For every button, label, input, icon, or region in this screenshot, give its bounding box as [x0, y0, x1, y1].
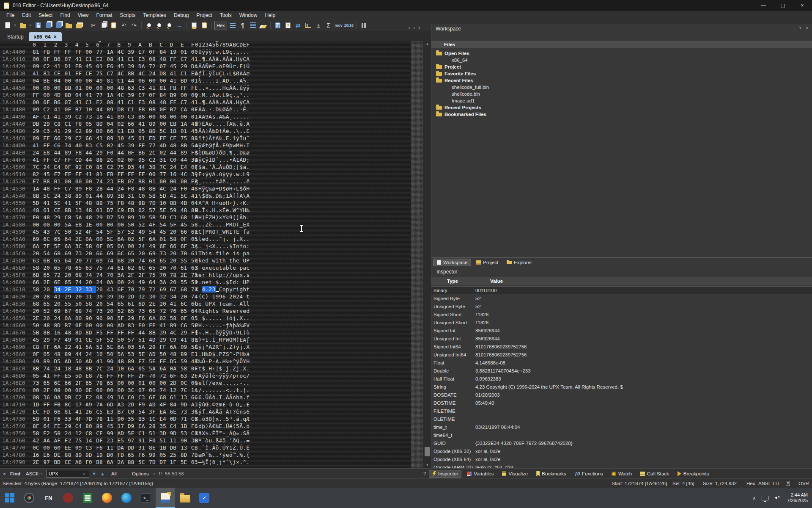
hex-byte[interactable]: 00	[117, 221, 128, 228]
hex-byte[interactable]: 61	[181, 264, 191, 271]
hex-byte[interactable]: 0F	[149, 48, 159, 55]
compare-icon[interactable]: ⇄	[294, 21, 303, 30]
hex-byte[interactable]: C1	[117, 77, 128, 84]
hex-byte[interactable]: 91	[138, 437, 149, 444]
highlight-icon[interactable]	[258, 21, 268, 30]
hex-byte[interactable]: 41	[117, 55, 128, 63]
hex-byte[interactable]: 01	[85, 192, 96, 199]
hex-byte[interactable]: 43	[43, 228, 54, 235]
hex-byte[interactable]: FE	[54, 422, 64, 430]
hex-byte[interactable]: 65	[65, 279, 75, 286]
hex-byte[interactable]: 7D	[149, 458, 159, 466]
hex-byte[interactable]: 20	[43, 286, 54, 293]
panel-close-icon[interactable]: ×	[806, 25, 809, 30]
hex-byte[interactable]: 41	[149, 84, 159, 91]
hex-byte[interactable]: B9	[170, 91, 180, 99]
menu-scripts[interactable]: Scripts	[116, 11, 140, 19]
hex-byte[interactable]: 3C	[75, 243, 85, 250]
hex-ascii[interactable]: X.ö3O}x..5³.ä.qÆ	[195, 415, 250, 422]
hex-byte[interactable]: 26	[85, 408, 96, 415]
hex-byte[interactable]: 3B	[149, 163, 159, 171]
hex-byte[interactable]: 09	[33, 135, 43, 142]
hex-byte[interactable]: 20	[128, 257, 138, 264]
hex-byte[interactable]: 17	[117, 422, 128, 430]
hex-byte[interactable]: F6	[138, 451, 149, 458]
hex-byte[interactable]: 72	[149, 286, 159, 293]
hex-byte[interactable]: 2E	[33, 315, 43, 322]
hex-ascii[interactable]: ./.......<..t.|.	[195, 387, 250, 394]
hex-byte[interactable]: F8	[75, 120, 85, 127]
hex-byte[interactable]: B3	[138, 415, 149, 422]
tray-display-icon[interactable]	[762, 496, 768, 500]
hex-byte[interactable]: 2F	[75, 379, 85, 387]
hex-byte[interactable]: 6A	[128, 365, 138, 372]
hex-byte[interactable]: 68	[33, 300, 43, 307]
hex-byte[interactable]: C3	[138, 394, 149, 401]
hex-byte[interactable]: FF	[170, 55, 180, 63]
hex-byte[interactable]: 53	[181, 430, 191, 437]
hex-byte[interactable]: EA	[159, 408, 170, 415]
hex-byte[interactable]: FF	[128, 171, 138, 178]
hex-byte[interactable]: 02	[159, 149, 170, 156]
hex-byte[interactable]: 65	[43, 300, 54, 307]
hex-byte[interactable]: 02	[107, 142, 117, 149]
hex-byte[interactable]: 29	[181, 63, 191, 70]
hex-byte[interactable]: 41	[75, 55, 85, 63]
hex-byte[interactable]: 23	[107, 178, 117, 185]
hex-byte[interactable]: 54	[107, 300, 117, 307]
hex-byte[interactable]: C5	[96, 142, 107, 149]
hex-byte[interactable]: 66	[181, 228, 191, 235]
hex-byte[interactable]: 65	[54, 257, 64, 264]
hex-byte[interactable]: 20	[159, 300, 170, 307]
hex-byte[interactable]: 52	[138, 221, 149, 228]
hex-byte[interactable]: 07	[159, 63, 170, 70]
hex-byte[interactable]: 00	[85, 84, 96, 91]
hex-byte[interactable]: D1	[65, 63, 75, 70]
hex-byte[interactable]: 4C	[117, 48, 128, 55]
disassembly-icon[interactable]: mov	[334, 21, 343, 30]
hex-byte[interactable]: 09	[33, 106, 43, 113]
hex-byte[interactable]: 29	[96, 149, 107, 156]
hex-byte[interactable]: 89	[96, 422, 107, 430]
hex-byte[interactable]: 20	[96, 300, 107, 307]
hex-byte[interactable]: 4D	[149, 336, 159, 343]
hex-byte[interactable]: 20	[138, 250, 149, 257]
hex-byte[interactable]: C9	[117, 207, 128, 214]
hex-byte[interactable]: 8B	[43, 329, 54, 336]
hex-byte[interactable]: 48	[85, 207, 96, 214]
hex-byte[interactable]: 0F	[149, 91, 159, 99]
hex-byte[interactable]: 41	[170, 70, 180, 77]
hex-byte[interactable]: DA	[138, 63, 149, 70]
hex-byte[interactable]: 07	[65, 99, 75, 106]
hex-byte[interactable]: 41	[43, 199, 54, 207]
hex-byte[interactable]: 18	[96, 113, 107, 120]
hex-byte[interactable]: AD	[149, 351, 159, 358]
calculator-icon[interactable]	[273, 21, 283, 30]
hex-ascii[interactable]: E)÷I.Î_RPWQM)ÉAƒ	[195, 336, 250, 343]
hex-byte[interactable]: FB	[107, 171, 117, 178]
hex-byte[interactable]: 2D	[128, 293, 138, 300]
hex-byte[interactable]: 20	[181, 293, 191, 300]
hex-byte[interactable]: 24	[43, 163, 54, 171]
hex-byte[interactable]: 01	[65, 70, 75, 77]
bottom-tab-watch[interactable]: Watch	[609, 470, 635, 477]
hex-byte[interactable]: 0F	[75, 322, 85, 329]
hex-byte[interactable]: 99	[149, 451, 159, 458]
hex-byte[interactable]: 2F	[128, 271, 138, 279]
hex-byte[interactable]: 58	[170, 315, 180, 322]
hex-byte[interactable]: 6E	[159, 243, 170, 250]
hex-byte[interactable]: F8	[85, 185, 96, 192]
hex-byte[interactable]: 00	[43, 221, 54, 228]
hex-byte[interactable]: FF	[54, 185, 64, 192]
hex-byte[interactable]: 55	[181, 257, 191, 264]
menu-find[interactable]: Find	[56, 11, 74, 19]
hex-byte[interactable]: 48	[128, 199, 138, 207]
hex-byte[interactable]: 77	[159, 171, 170, 178]
hex-byte[interactable]: FE	[138, 142, 149, 149]
hex-byte[interactable]: 69	[107, 250, 117, 257]
hex-byte[interactable]: 41	[54, 127, 64, 135]
hex-byte[interactable]: 52	[96, 343, 107, 351]
hex-byte[interactable]: 41	[138, 120, 149, 127]
hex-byte[interactable]: 65	[107, 379, 117, 387]
hex-byte[interactable]: 00	[117, 279, 128, 286]
